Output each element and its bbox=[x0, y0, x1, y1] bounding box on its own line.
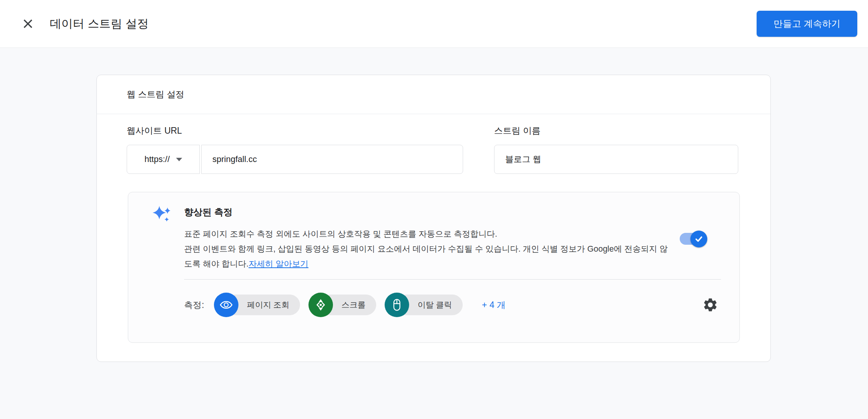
stream-form: 웹사이트 URL https:// 스트림 이름 bbox=[127, 125, 738, 174]
learn-more-link[interactable]: 자세히 알아보기 bbox=[248, 259, 308, 268]
create-and-continue-button[interactable]: 만들고 계속하기 bbox=[757, 11, 857, 37]
scroll-icon bbox=[308, 293, 333, 317]
dialog-header: 데이터 스트림 설정 만들고 계속하기 bbox=[0, 0, 868, 48]
enhanced-measurement-title: 향상된 측정 bbox=[184, 206, 721, 218]
measurement-settings-button[interactable] bbox=[700, 295, 720, 315]
measure-label: 측정: bbox=[184, 299, 204, 311]
eye-icon bbox=[214, 293, 238, 317]
close-icon bbox=[22, 18, 34, 29]
protocol-dropdown[interactable]: https:// bbox=[127, 145, 200, 174]
website-url-input[interactable] bbox=[201, 145, 463, 174]
stream-name-input[interactable] bbox=[494, 145, 738, 174]
card-title: 웹 스트림 설정 bbox=[97, 75, 770, 114]
enhanced-measurement-description: 표준 페이지 조회수 측정 외에도 사이트의 상호작용 및 콘텐츠를 자동으로 … bbox=[184, 227, 721, 272]
gear-icon bbox=[702, 297, 718, 313]
sparkle-icon bbox=[150, 204, 174, 228]
description-line: 표준 페이지 조회수 측정 외에도 사이트의 상호작용 및 콘텐츠를 자동으로 … bbox=[184, 227, 721, 242]
close-button[interactable] bbox=[19, 15, 37, 33]
show-more-link[interactable]: + 4 개 bbox=[482, 299, 506, 311]
protocol-selected-value: https:// bbox=[144, 154, 170, 164]
description-line: 관련 이벤트와 함께 링크, 삽입된 동영상 등의 페이지 요소에서 데이터가 … bbox=[184, 242, 721, 257]
chip-scroll: 스크롤 bbox=[308, 293, 376, 317]
description-line: 도록 해야 합니다.자세히 알아보기 bbox=[184, 257, 721, 272]
chip-outbound-click: 이탈 클릭 bbox=[385, 293, 463, 317]
stream-name-label: 스트림 이름 bbox=[494, 125, 738, 137]
website-url-label: 웹사이트 URL bbox=[127, 125, 464, 137]
page-title: 데이터 스트림 설정 bbox=[50, 16, 149, 32]
chevron-down-icon bbox=[176, 158, 182, 161]
enhanced-measurement-panel: 향상된 측정 표준 페이지 조회수 측정 외에도 사이트의 상호작용 및 콘텐츠… bbox=[128, 192, 740, 343]
mouse-icon bbox=[385, 293, 409, 317]
chip-page-view: 페이지 조회 bbox=[214, 293, 300, 317]
measurement-row: 측정: 페이지 조회 bbox=[184, 293, 721, 317]
panel-divider bbox=[184, 279, 721, 280]
web-stream-card: 웹 스트림 설정 웹사이트 URL https:// 스트림 이름 bbox=[96, 75, 771, 362]
